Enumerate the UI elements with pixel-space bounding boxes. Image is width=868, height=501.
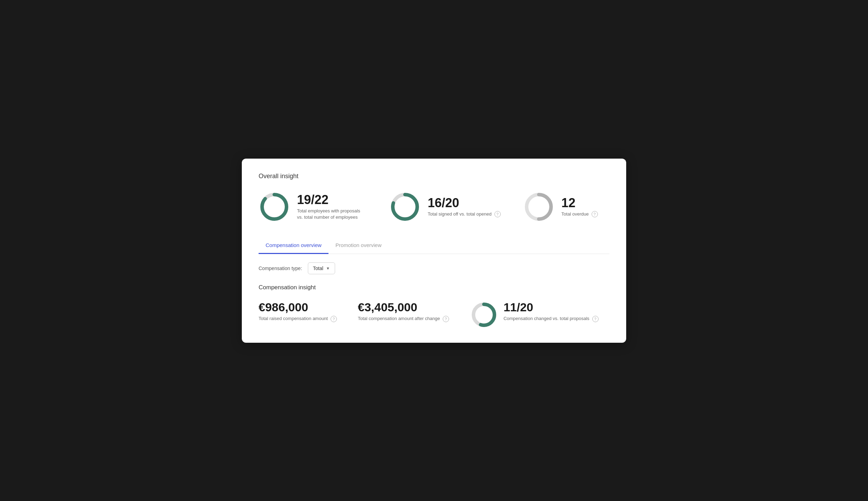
tabs-row: Compensation overview Promotion overview — [259, 237, 609, 254]
compensation-insight-title: Compensation insight — [259, 284, 609, 291]
metric-overdue-label: Total overdue — [562, 211, 589, 217]
comp-metric-changed-question[interactable]: ? — [592, 316, 599, 322]
metric-signed-off-question[interactable]: ? — [494, 211, 501, 217]
comp-metric-changed-label: Compensation changed vs. total proposals — [504, 316, 589, 321]
main-card: Overall insight 19/22 Total employees wi… — [242, 159, 626, 343]
comp-metric-after-change: €3,405,000 Total compensation amount aft… — [358, 301, 449, 322]
metric-overdue-question[interactable]: ? — [592, 211, 598, 217]
metric-employees: 19/22 Total employees with proposals vs.… — [259, 191, 367, 223]
comp-metric-raised-value: €986,000 — [259, 301, 337, 314]
select-arrow-icon: ▼ — [326, 266, 330, 270]
donut-overdue — [523, 191, 555, 223]
compensation-type-select[interactable]: Total ▼ — [308, 262, 335, 274]
comp-metric-after-change-question[interactable]: ? — [443, 316, 449, 322]
overall-insight-title: Overall insight — [259, 173, 609, 180]
donut-signed-off — [389, 191, 421, 223]
comp-metric-changed-info: 11/20 Compensation changed vs. total pro… — [504, 301, 599, 322]
compensation-type-label: Compensation type: — [259, 266, 302, 271]
comp-metric-raised-label: Total raised compensation amount — [259, 316, 328, 321]
metric-employees-info: 19/22 Total employees with proposals vs.… — [297, 193, 367, 221]
metric-overdue: 12 Total overdue ? — [523, 191, 598, 223]
metric-signed-off-info: 16/20 Total signed off vs. total opened … — [428, 196, 501, 218]
metric-employees-value: 19/22 — [297, 193, 367, 207]
donut-changed — [470, 301, 498, 329]
compensation-metrics-row: €986,000 Total raised compensation amoun… — [259, 301, 609, 329]
metric-overdue-value: 12 — [562, 196, 598, 210]
metric-signed-off-label: Total signed off vs. total opened — [428, 211, 492, 217]
donut-employees — [259, 191, 290, 223]
comp-metric-after-change-label: Total compensation amount after change — [358, 316, 440, 321]
comp-metric-changed-value: 11/20 — [504, 301, 599, 314]
comp-metric-changed: 11/20 Compensation changed vs. total pro… — [470, 301, 599, 329]
overall-metrics-row: 19/22 Total employees with proposals vs.… — [259, 191, 609, 223]
svg-point-1 — [262, 195, 287, 219]
compensation-type-value: Total — [313, 266, 324, 271]
comp-metric-after-change-value: €3,405,000 — [358, 301, 449, 314]
metric-signed-off-value: 16/20 — [428, 196, 501, 210]
metric-signed-off: 16/20 Total signed off vs. total opened … — [389, 191, 501, 223]
compensation-type-row: Compensation type: Total ▼ — [259, 262, 609, 274]
tab-compensation-overview[interactable]: Compensation overview — [259, 237, 328, 254]
metric-employees-label: Total employees with proposals vs. total… — [297, 208, 367, 220]
comp-metric-raised-question[interactable]: ? — [331, 316, 337, 322]
comp-metric-raised: €986,000 Total raised compensation amoun… — [259, 301, 337, 322]
tab-promotion-overview[interactable]: Promotion overview — [328, 237, 389, 254]
metric-overdue-info: 12 Total overdue ? — [562, 196, 598, 218]
